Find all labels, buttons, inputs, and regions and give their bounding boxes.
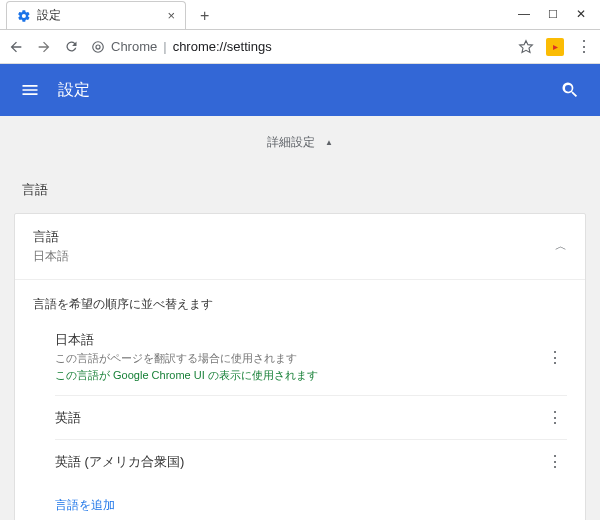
language-ui-desc: この言語が Google Chrome UI の表示に使用されます <box>55 368 533 383</box>
language-item-japanese: 日本語 この言語がページを翻訳する場合に使用されます この言語が Google … <box>55 319 567 396</box>
settings-title: 設定 <box>58 80 560 101</box>
minimize-button[interactable]: — <box>518 7 530 21</box>
forward-button[interactable] <box>36 39 52 55</box>
tab-strip: 設定 × + <box>0 0 600 30</box>
bookmark-star-icon[interactable] <box>518 39 534 55</box>
close-tab-icon[interactable]: × <box>167 8 175 23</box>
settings-search-icon[interactable] <box>560 80 580 100</box>
language-card-title: 言語 <box>33 228 555 246</box>
svg-point-0 <box>93 41 104 52</box>
chevron-up-icon: ︿ <box>555 238 567 255</box>
close-window-button[interactable]: ✕ <box>576 7 586 21</box>
address-url: chrome://settings <box>173 39 272 54</box>
back-button[interactable] <box>8 39 24 55</box>
advanced-section-toggle[interactable]: 詳細設定 ▲ <box>0 116 600 181</box>
reload-button[interactable] <box>64 39 79 54</box>
language-name: 日本語 <box>55 331 533 349</box>
more-options-icon[interactable]: ⋮ <box>543 408 567 427</box>
browser-tab-settings[interactable]: 設定 × <box>6 1 186 29</box>
browser-toolbar: Chrome | chrome://settings ⋮ <box>0 30 600 64</box>
language-card-current: 日本語 <box>33 248 555 265</box>
language-name: 英語 (アメリカ合衆国) <box>55 453 533 471</box>
language-card-header[interactable]: 言語 日本語 ︿ <box>15 214 585 280</box>
hamburger-menu-icon[interactable] <box>20 80 40 100</box>
chrome-icon <box>91 40 105 54</box>
maximize-button[interactable]: ☐ <box>548 8 558 21</box>
more-options-icon[interactable]: ⋮ <box>543 452 567 471</box>
reorder-hint: 言語を希望の順序に並べ替えます <box>15 280 585 319</box>
browser-menu-button[interactable]: ⋮ <box>576 37 592 56</box>
svg-point-1 <box>96 44 100 48</box>
language-card: 言語 日本語 ︿ 言語を希望の順序に並べ替えます 日本語 この言語がページを翻訳… <box>14 213 586 520</box>
language-list: 日本語 この言語がページを翻訳する場合に使用されます この言語が Google … <box>15 319 585 483</box>
new-tab-button[interactable]: + <box>194 7 215 25</box>
language-item-english-us: 英語 (アメリカ合衆国) ⋮ <box>55 440 567 483</box>
advanced-label: 詳細設定 <box>267 134 315 151</box>
language-desc: この言語がページを翻訳する場合に使用されます <box>55 351 533 366</box>
address-bar[interactable]: Chrome | chrome://settings <box>91 39 506 54</box>
section-label-language: 言語 <box>0 181 600 213</box>
settings-content: 詳細設定 ▲ 言語 言語 日本語 ︿ 言語を希望の順序に並べ替えます 日本語 こ… <box>0 116 600 520</box>
extension-icon[interactable] <box>546 38 564 56</box>
settings-header: 設定 <box>0 64 600 116</box>
gear-icon <box>17 9 31 23</box>
add-language-link[interactable]: 言語を追加 <box>15 483 585 520</box>
tab-title: 設定 <box>37 7 161 24</box>
language-item-english: 英語 ⋮ <box>55 396 567 440</box>
address-separator: | <box>163 39 166 54</box>
chevron-up-icon: ▲ <box>325 138 333 147</box>
language-name: 英語 <box>55 409 533 427</box>
address-label: Chrome <box>111 39 157 54</box>
more-options-icon[interactable]: ⋮ <box>543 348 567 367</box>
